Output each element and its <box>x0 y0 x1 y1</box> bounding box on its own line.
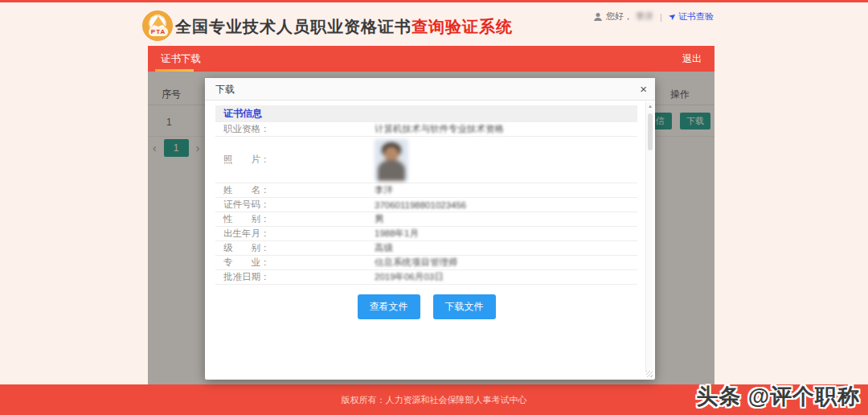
share-arrow-icon: ➤ <box>666 10 678 23</box>
field-value: 高级 <box>375 242 393 254</box>
field-value: 李洋 <box>375 184 393 196</box>
scrollbar-thumb[interactable] <box>648 113 653 150</box>
download-modal: 下载 × 证书信息 职业资格： 计算机技术与软件专业技术资格 照 片： 姓 名：… <box>205 78 655 380</box>
field-label: 级 别： <box>223 242 375 254</box>
modal-scrollbar[interactable]: ▲ <box>645 102 653 372</box>
field-row-photo: 照 片： <box>215 137 637 183</box>
logout-button[interactable]: 退出 <box>682 46 702 72</box>
field-value: 1988年1月 <box>375 228 419 240</box>
field-row-name: 姓 名： 李洋 <box>215 183 637 198</box>
scrollbar-up-arrow-icon[interactable]: ▲ <box>647 104 653 109</box>
field-value: 信息系统项目管理师 <box>375 257 458 269</box>
modal-title: 下载 <box>215 78 235 101</box>
download-file-button[interactable]: 下载文件 <box>433 294 496 319</box>
section-title-cert-info: 证书信息 <box>215 105 637 122</box>
username-text: 李洋 <box>636 10 653 23</box>
page-title-main: 全国专业技术人员职业资格证书 <box>175 18 411 35</box>
userbar-divider: | <box>660 12 662 22</box>
pta-logo: PTA <box>142 10 173 41</box>
user-bar: 您好，李洋 | ➤ 证书查验 <box>593 10 714 23</box>
field-value: 男 <box>375 213 384 225</box>
field-row-level: 级 别： 高级 <box>215 241 637 256</box>
main-content: 序号 操作 1 证书信息 下载 ‹ 1 › 下载 × 证书信息 职业资格： 计算… <box>148 72 714 384</box>
photo-body-shape <box>378 160 405 181</box>
page-title-accent: 查询验证系统 <box>411 18 513 35</box>
field-label: 姓 名： <box>223 184 375 196</box>
photo-thumbnail <box>375 139 408 181</box>
nav-bar: 证书下载 退出 <box>148 46 714 72</box>
tab-cert-download[interactable]: 证书下载 <box>161 46 201 72</box>
field-label: 专 业： <box>223 257 375 269</box>
user-icon <box>593 12 603 22</box>
field-row-qualification: 职业资格： 计算机技术与软件专业技术资格 <box>215 122 637 137</box>
field-value: 370601198801023456 <box>375 200 466 210</box>
logo-pta-label: PTA <box>149 27 168 36</box>
modal-buttons: 查看文件 下载文件 <box>215 294 637 319</box>
cert-verify-label: 证书查验 <box>678 10 714 23</box>
cert-verify-link[interactable]: ➤ 证书查验 <box>669 10 714 23</box>
field-label: 批准日期： <box>223 271 375 283</box>
field-label: 照 片： <box>223 154 375 166</box>
top-accent-strip <box>0 0 868 2</box>
field-row-birth-date: 出生年月： 1988年1月 <box>215 227 637 241</box>
page-title: 全国专业技术人员职业资格证书查询验证系统 <box>175 16 513 38</box>
modal-titlebar: 下载 × <box>205 78 655 101</box>
field-label: 出生年月： <box>223 228 375 240</box>
field-label: 职业资格： <box>223 123 375 135</box>
modal-body: 证书信息 职业资格： 计算机技术与软件专业技术资格 照 片： 姓 名： 李洋 证… <box>215 105 637 319</box>
field-row-approval-date: 批准日期： 2019年06月03日 <box>215 270 637 285</box>
scrollbar-corner-icon <box>646 371 653 377</box>
field-value: 2019年06月03日 <box>375 271 444 283</box>
toutiao-watermark: 头条 @评个职称 <box>696 382 860 411</box>
photo-face-shape <box>384 146 399 162</box>
field-row-id-number: 证件号码： 370601198801023456 <box>215 198 637 212</box>
logo-circle-icon: PTA <box>142 10 173 41</box>
close-icon[interactable]: × <box>640 78 647 101</box>
field-label: 证件号码： <box>223 199 375 211</box>
logo-emblem-icon <box>151 16 166 27</box>
field-label: 性 别： <box>223 213 375 225</box>
greeting-text: 您好， <box>606 10 633 23</box>
view-file-button[interactable]: 查看文件 <box>358 294 420 319</box>
field-value: 计算机技术与软件专业技术资格 <box>375 123 504 135</box>
field-row-gender: 性 别： 男 <box>215 212 637 227</box>
field-row-major: 专 业： 信息系统项目管理师 <box>215 256 637 270</box>
